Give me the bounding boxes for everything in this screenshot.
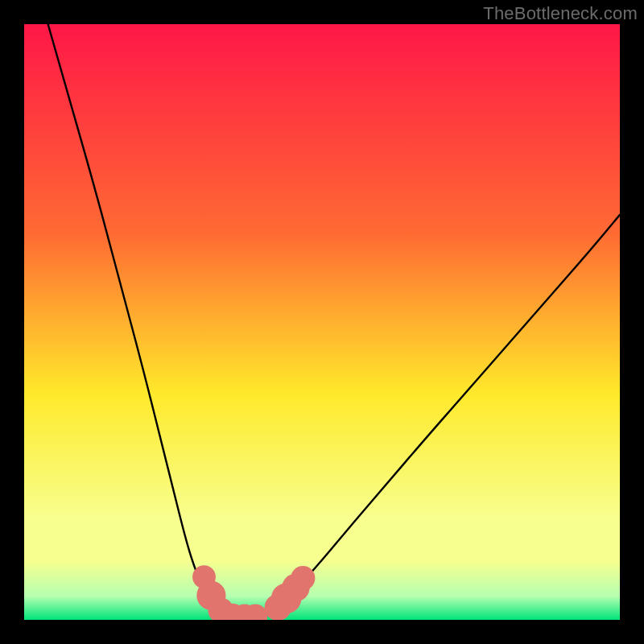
bottleneck-curve-chart (24, 24, 620, 620)
chart-frame: TheBottleneck.com (0, 0, 644, 644)
data-marker (291, 566, 315, 590)
plot-area (24, 24, 620, 620)
gradient-background (24, 24, 620, 620)
watermark-text: TheBottleneck.com (483, 3, 638, 24)
